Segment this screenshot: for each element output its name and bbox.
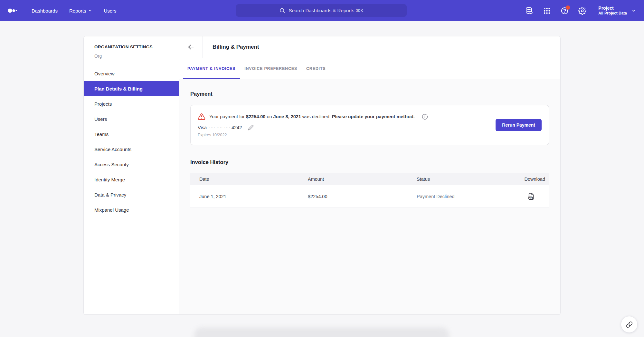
invoice-status: Payment Declined xyxy=(417,194,516,199)
project-selector-text: Project All Project Data xyxy=(598,5,627,16)
offscreen-element-shadow xyxy=(194,327,449,337)
nav-item-dashboards[interactable]: Dashboards xyxy=(32,8,58,14)
org-settings-panel: ORGANIZATION SETTINGS Org Overview Plan … xyxy=(84,36,560,314)
copy-link-button[interactable] xyxy=(621,316,637,332)
card-expiry: Expires 10/2022 xyxy=(198,133,428,137)
primary-nav: Dashboards Reports Users xyxy=(32,8,117,14)
payment-declined-message: Your payment for $2254.00 on June 8, 202… xyxy=(198,113,428,120)
invoice-table: Date Amount Status Download June 1, 2021… xyxy=(190,173,549,208)
navbar-actions: Project All Project Data xyxy=(525,5,636,16)
top-navbar: Dashboards Reports Users Search Dashboar… xyxy=(0,0,644,21)
tab-credits[interactable]: CREDITS xyxy=(302,58,330,79)
tab-invoice-preferences[interactable]: INVOICE PREFERENCES xyxy=(240,58,302,79)
nav-item-label: Dashboards xyxy=(32,8,58,14)
settings-button[interactable] xyxy=(578,6,586,15)
edit-payment-button[interactable] xyxy=(248,125,254,130)
invoice-table-header: Date Amount Status Download xyxy=(190,173,549,185)
column-header-download: Download xyxy=(516,177,546,182)
sidebar-item-mixpanel-usage[interactable]: Mixpanel Usage xyxy=(84,202,179,217)
notification-badge xyxy=(566,5,570,10)
mixpanel-logo[interactable] xyxy=(8,7,17,14)
nav-item-label: Reports xyxy=(69,8,86,14)
billing-tabs: PAYMENT & INVOICES INVOICE PREFERENCES C… xyxy=(179,58,560,79)
chevron-down-icon xyxy=(88,9,92,13)
nav-item-reports[interactable]: Reports xyxy=(69,8,92,14)
info-icon[interactable] xyxy=(422,114,428,120)
download-pdf-button[interactable]: PDF xyxy=(527,193,535,200)
apps-grid-button[interactable] xyxy=(543,6,551,15)
sidebar-item-overview[interactable]: Overview xyxy=(84,66,179,81)
pdf-file-icon: PDF xyxy=(527,193,535,200)
data-management-button[interactable] xyxy=(525,6,533,15)
sidebar-item-access-security[interactable]: Access Security xyxy=(84,157,179,172)
rerun-payment-button[interactable]: Rerun Payment xyxy=(496,119,542,131)
invoice-row: June 1, 2021 $2254.00 Payment Declined P… xyxy=(190,185,549,208)
grid-icon xyxy=(543,7,551,14)
help-button[interactable] xyxy=(560,6,569,15)
tab-content: Payment Your payment for $2254.00 on Jun… xyxy=(179,79,560,314)
invoice-amount: $2254.00 xyxy=(308,194,417,199)
mixpanel-logo-icon xyxy=(8,7,17,14)
project-label: Project xyxy=(598,5,627,11)
svg-text:PDF: PDF xyxy=(528,197,532,199)
column-header-amount: Amount xyxy=(308,177,417,182)
card-brand: Visa xyxy=(198,125,207,130)
sidebar-item-identity-merge[interactable]: Identity Merge xyxy=(84,172,179,187)
card-masked-number: ···· ···· ···· 4242 xyxy=(209,125,242,130)
sidebar-item-projects[interactable]: Projects xyxy=(84,96,179,111)
nav-item-label: Users xyxy=(104,8,116,14)
link-icon xyxy=(626,321,633,328)
alert-triangle-icon xyxy=(198,113,205,120)
sidebar-item-service-accounts[interactable]: Service Accounts xyxy=(84,142,179,157)
sidebar-title: ORGANIZATION SETTINGS xyxy=(94,44,168,49)
warning-text: Your payment for $2254.00 on June 8, 202… xyxy=(209,114,415,119)
column-header-date: Date xyxy=(199,177,308,182)
invoice-date: June 1, 2021 xyxy=(199,194,308,199)
nav-item-users[interactable]: Users xyxy=(104,8,116,14)
payment-method: Visa ···· ···· ···· 4242 xyxy=(198,125,428,130)
project-value: All Project Data xyxy=(598,11,627,16)
column-header-status: Status xyxy=(417,177,516,182)
payment-alert-card: Your payment for $2254.00 on June 8, 202… xyxy=(190,105,549,145)
tab-payment-invoices[interactable]: PAYMENT & INVOICES xyxy=(183,58,240,79)
page-title: Billing & Payment xyxy=(203,36,259,58)
chevron-down-icon xyxy=(631,8,636,13)
gear-icon xyxy=(578,7,586,15)
arrow-left-icon xyxy=(187,43,194,51)
sidebar-item-plan-details-billing[interactable]: Plan Details & Billing xyxy=(84,81,179,96)
billing-content: Billing & Payment PAYMENT & INVOICES INV… xyxy=(179,36,560,314)
sidebar-item-teams[interactable]: Teams xyxy=(84,127,179,142)
global-search-input[interactable]: Search Dashboards & Reports ⌘K xyxy=(236,4,407,17)
sidebar-nav: Overview Plan Details & Billing Projects… xyxy=(84,66,179,217)
org-name: Org xyxy=(94,53,168,59)
back-button[interactable] xyxy=(179,36,203,58)
sidebar-item-data-privacy[interactable]: Data & Privacy xyxy=(84,187,179,202)
search-placeholder: Search Dashboards & Reports ⌘K xyxy=(289,8,364,14)
database-gear-icon xyxy=(525,7,533,15)
project-selector[interactable]: Project All Project Data xyxy=(598,5,636,16)
sidebar-item-users[interactable]: Users xyxy=(84,111,179,127)
search-icon xyxy=(279,7,285,14)
settings-sidebar: ORGANIZATION SETTINGS Org Overview Plan … xyxy=(84,36,179,314)
invoice-history-title: Invoice History xyxy=(190,159,549,165)
payment-section-title: Payment xyxy=(190,91,549,97)
content-header: Billing & Payment xyxy=(179,36,560,58)
